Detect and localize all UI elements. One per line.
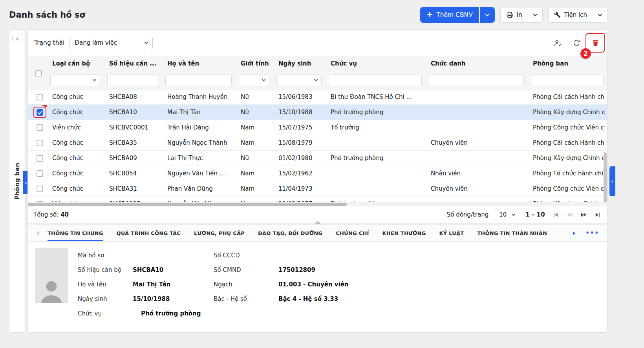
cell-chuc-danh bbox=[425, 120, 527, 135]
cell-ho-ten: Trần Hải Đăng bbox=[162, 120, 235, 135]
chevron-up-icon bbox=[315, 221, 320, 226]
cell-ngay-sinh: 11/04/1973 bbox=[273, 181, 325, 196]
filter-gioi-tinh-select[interactable] bbox=[239, 75, 269, 86]
previous-page-button[interactable] bbox=[565, 211, 573, 219]
cell-phong-ban: Phòng Công chức Viên c bbox=[527, 120, 607, 135]
tab-chung-chi[interactable]: CHỨNG CHỈ bbox=[336, 225, 369, 241]
utilities-button[interactable]: Tiện ích bbox=[549, 7, 593, 22]
filter-loai-can-bo-select[interactable] bbox=[50, 75, 100, 86]
row-checkbox[interactable] bbox=[37, 186, 43, 192]
table-row[interactable]: Công chức SHCBA31 Phan Văn Dũng Nam 11/0… bbox=[28, 181, 607, 197]
field-value: Mai Thị Tân bbox=[133, 281, 214, 288]
row-checkbox-checked[interactable] bbox=[37, 109, 43, 116]
table-row[interactable]: Công chức SHCB054 Nguyễn Văn Tiến ... Na… bbox=[28, 166, 607, 181]
detail-tabbar: THÔNG TIN CHUNG QUÁ TRÌNH CÔNG TÁC LƯƠNG… bbox=[28, 225, 607, 242]
row-checkbox-cell: 1 bbox=[33, 105, 47, 120]
filter-ngay-sinh-select[interactable] bbox=[276, 75, 322, 86]
filter-so-hieu-input[interactable] bbox=[107, 75, 158, 86]
rows-per-page-select[interactable]: 10 bbox=[495, 208, 519, 221]
cell-chuc-danh bbox=[425, 89, 527, 104]
tab-dao-tao-boi-duong[interactable]: ĐÀO TẠO, BỒI DƯỠNG bbox=[258, 225, 322, 241]
vertical-scrollbar-thumb[interactable] bbox=[604, 152, 607, 204]
expand-sidebar-button[interactable]: » bbox=[12, 34, 22, 42]
cell-chuc-vu bbox=[325, 181, 425, 196]
table-row[interactable]: Công chức SHCBA35 Nguyễn Ngọc Thành Nam … bbox=[28, 135, 607, 151]
chevron-down-icon bbox=[145, 40, 148, 44]
trash-icon bbox=[592, 39, 599, 47]
triangle-left-icon bbox=[35, 230, 41, 236]
chevron-down-icon bbox=[262, 78, 266, 82]
tab-luong-phu-cap[interactable]: LƯƠNG, PHỤ CẤP bbox=[194, 225, 245, 241]
last-page-button[interactable] bbox=[594, 211, 602, 219]
open-right-panel-button[interactable]: ‹ bbox=[609, 166, 615, 196]
collapse-detail-handle[interactable] bbox=[311, 220, 324, 225]
table-row-selected[interactable]: 1 Công chức SHCBA10 Mai Thị Tân Nữ 15/10… bbox=[28, 105, 607, 120]
row-checkbox[interactable] bbox=[37, 170, 43, 177]
rows-per-page-value: 10 bbox=[499, 211, 507, 218]
filter-chuc-danh-input[interactable] bbox=[429, 75, 524, 86]
row-checkbox-cell bbox=[33, 120, 47, 135]
row-checkbox[interactable] bbox=[37, 155, 43, 162]
row-checkbox[interactable] bbox=[37, 124, 43, 131]
page-header: Danh sách hồ sơ + Thêm CBNV In bbox=[9, 0, 607, 29]
first-page-button[interactable] bbox=[551, 211, 559, 219]
vertical-scrollbar[interactable] bbox=[604, 89, 607, 202]
col-ngay-sinh: Ngày sinh bbox=[273, 60, 325, 67]
print-dropdown-button[interactable] bbox=[528, 7, 542, 22]
cell-chuc-vu: Phó trưởng phòng bbox=[325, 151, 425, 166]
filter-phong-ban-input[interactable] bbox=[531, 75, 604, 86]
horizontal-scrollbar[interactable] bbox=[28, 202, 607, 206]
tabs-scroll-right-button[interactable] bbox=[569, 230, 578, 236]
chevron-down-icon bbox=[93, 78, 97, 82]
tabs-more-button[interactable]: ••• bbox=[583, 229, 602, 237]
app: Danh sách hồ sơ + Thêm CBNV In bbox=[9, 0, 607, 333]
refresh-icon bbox=[573, 39, 580, 47]
cell-loai-can-bo: Công chức bbox=[47, 166, 104, 181]
cell-so-hieu: SHCBA09 bbox=[104, 151, 162, 166]
cell-chuc-vu bbox=[325, 166, 425, 181]
annotation-step-2: 2 bbox=[580, 48, 591, 59]
select-all-checkbox[interactable] bbox=[35, 70, 42, 77]
col-ho-ten: Họ và tên bbox=[162, 60, 235, 67]
table-row[interactable]: Công chức SHCBA08 Hoàng Thanh Huyền Nữ 1… bbox=[28, 89, 607, 105]
cell-so-hieu: SHCBA35 bbox=[104, 135, 162, 150]
per-page-label: Số dòng/trang bbox=[447, 211, 489, 218]
col-loai-can-bo: Loại cán bộ bbox=[47, 60, 104, 67]
cell-so-hieu: SHCBVC0001 bbox=[104, 120, 162, 135]
print-button[interactable]: In bbox=[501, 7, 528, 22]
tabs-scroll-left-button[interactable] bbox=[33, 225, 43, 241]
utilities-label: Tiện ích bbox=[564, 11, 587, 18]
cell-chuc-vu: Tổ trưởng bbox=[325, 120, 425, 135]
row-checkbox[interactable] bbox=[37, 140, 43, 146]
tab-thong-tin-chung[interactable]: THÔNG TIN CHUNG bbox=[48, 225, 103, 241]
chevron-down-icon bbox=[485, 12, 489, 16]
tab-qua-trinh-cong-tac[interactable]: QUÁ TRÌNH CÔNG TÁC bbox=[117, 225, 181, 241]
utilities-dropdown-button[interactable] bbox=[593, 7, 607, 22]
table-row[interactable]: Công chức SHCBA09 Lại Thị Thực Nữ 01/02/… bbox=[28, 151, 607, 166]
refresh-button[interactable] bbox=[569, 36, 584, 50]
cell-ho-ten: Lại Thị Thực bbox=[162, 151, 235, 166]
next-page-button[interactable] bbox=[580, 211, 587, 219]
tab-ky-luat[interactable]: KỶ LUẬT bbox=[439, 225, 464, 241]
delete-button[interactable] bbox=[588, 36, 602, 50]
assign-user-button[interactable] bbox=[551, 36, 565, 50]
cell-ho-ten: Hoàng Thanh Huyền bbox=[162, 89, 235, 104]
field-label: Số hiệu cán bộ bbox=[78, 266, 133, 273]
cell-phong-ban: Phòng Cải cách Hành ch bbox=[527, 89, 607, 104]
cell-so-hieu: SHCBA08 bbox=[104, 89, 162, 104]
tab-khen-thuong[interactable]: KHEN THƯỞNG bbox=[382, 225, 426, 241]
col-gioi-tinh: Giới tính bbox=[235, 60, 273, 67]
filter-ho-ten-input[interactable] bbox=[165, 75, 232, 86]
status-label: Trạng thái bbox=[34, 39, 64, 46]
tab-thong-tin-than-nhan[interactable]: THÔNG TIN THÂN NHÂN bbox=[477, 225, 547, 241]
status-select[interactable]: Đang làm việc bbox=[70, 36, 153, 50]
add-cbnv-dropdown-button[interactable] bbox=[480, 7, 495, 23]
row-checkbox[interactable] bbox=[37, 94, 43, 100]
add-cbnv-button[interactable]: + Thêm CBNV bbox=[420, 7, 479, 23]
table-row[interactable]: Viên chức SHCBVC0001 Trần Hải Đăng Nam 1… bbox=[28, 120, 607, 135]
chevron-right-icon: › bbox=[25, 180, 27, 186]
horizontal-scrollbar-thumb[interactable] bbox=[28, 203, 347, 206]
tab-end-controls: ••• bbox=[569, 225, 602, 241]
content: » Phòng ban › Trạng thái Đang làm việc bbox=[9, 29, 607, 333]
filter-chuc-vu-input[interactable] bbox=[329, 75, 422, 86]
